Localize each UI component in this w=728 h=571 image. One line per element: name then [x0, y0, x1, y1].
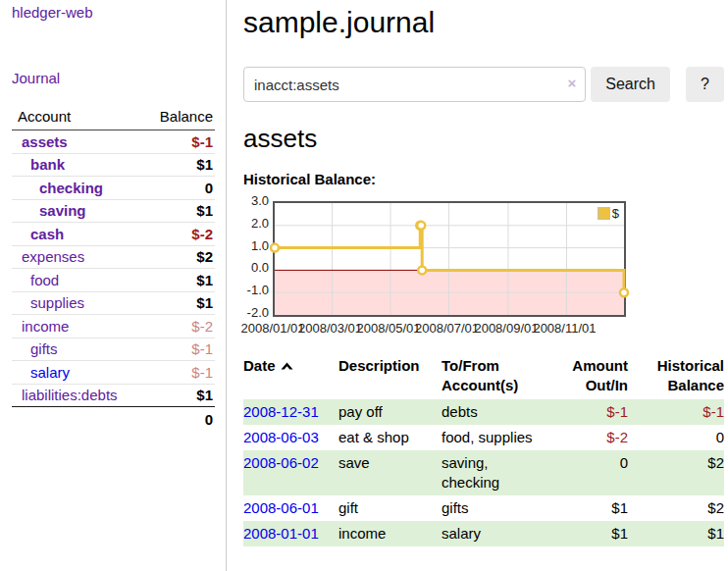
register-date-link[interactable]: 2008-06-03 — [243, 429, 319, 445]
column-header-amount: Amount Out/In — [551, 354, 628, 399]
register-body: 2008-12-31pay offdebts$-1$-12008-06-03ea… — [243, 399, 724, 546]
register-date-link[interactable]: 2008-06-02 — [243, 454, 319, 471]
register-date-link[interactable]: 2008-01-01 — [243, 525, 319, 542]
balance-cell: 0 — [716, 429, 724, 445]
register-row: 2008-01-01incomesalary$1$1 — [243, 521, 724, 546]
y-tick-label: -2.0 — [243, 305, 269, 320]
column-header-date[interactable]: Date — [243, 354, 338, 399]
description-cell: save — [338, 454, 370, 471]
register-date-link[interactable]: 2008-12-31 — [243, 403, 319, 420]
account-balance: $1 — [196, 272, 213, 288]
account-balance: $1 — [196, 156, 213, 173]
x-tick-label: 2008/05/01 — [356, 321, 420, 336]
balance-cell: $-1 — [702, 403, 724, 420]
page-title: sample.journal — [243, 6, 724, 39]
legend-swatch-icon — [598, 207, 610, 220]
amount-cell: $1 — [611, 525, 628, 542]
account-link-supplies[interactable]: supplies — [12, 294, 84, 311]
historical-balance-chart: 3.02.01.00.0-1.0-2.0 $ 2008/01/012008/03… — [243, 199, 724, 338]
account-heading: assets — [243, 124, 724, 154]
account-balance: 0 — [205, 180, 213, 196]
x-axis-labels: 2008/01/012008/03/012008/05/012008/07/01… — [273, 321, 626, 337]
account-row: salary$-1 — [12, 361, 215, 385]
account-row: income$-2 — [12, 315, 215, 338]
search-form: × Search ? — [243, 67, 724, 102]
register-row: 2008-06-02savesaving, checking0$2 — [243, 450, 724, 495]
register-header: Date Description To/From Account(s) Amou… — [243, 354, 724, 399]
account-link-bank[interactable]: bank — [12, 156, 65, 173]
description-cell: pay off — [338, 403, 383, 420]
account-row: expenses$2 — [12, 246, 215, 270]
account-row: checking0 — [12, 177, 215, 200]
register-row: 2008-12-31pay offdebts$-1$-1 — [243, 399, 724, 425]
amount-cell: 0 — [620, 454, 628, 471]
account-link-gifts[interactable]: gifts — [12, 340, 58, 357]
y-tick-label: 3.0 — [243, 193, 269, 208]
accounts-cell: salary — [442, 525, 481, 542]
account-balance: $-1 — [191, 364, 213, 381]
accounts-cell: debts — [442, 403, 478, 420]
account-balance: $-1 — [191, 133, 213, 150]
y-tick-label: -1.0 — [243, 283, 269, 297]
account-link-saving[interactable]: saving — [12, 202, 86, 219]
chart-svg — [275, 203, 624, 315]
account-balance: $1 — [196, 294, 213, 311]
search-input-wrap: × — [243, 67, 586, 102]
account-link-liabilities-debts[interactable]: liabilities:debts — [12, 387, 118, 403]
search-input[interactable] — [243, 67, 586, 102]
help-button[interactable]: ? — [686, 67, 724, 102]
account-link-checking[interactable]: checking — [12, 180, 103, 196]
date-header-label: Date — [243, 357, 276, 374]
account-balance: $1 — [196, 387, 213, 403]
sidebar-item-journal[interactable]: Journal — [12, 70, 226, 86]
main-content: sample.journal × Search ? assets Histori… — [243, 0, 724, 546]
register-date-link[interactable]: 2008-06-01 — [243, 499, 319, 516]
account-total-row: 0 — [12, 406, 215, 428]
amount-cell: $-1 — [606, 403, 628, 420]
balance-cell: $2 — [707, 454, 724, 471]
x-tick-label: 2008/11/01 — [533, 321, 596, 336]
account-table-header: Account Balance — [12, 108, 215, 130]
balance-column-header: Balance — [160, 108, 213, 125]
chart-legend: $ — [598, 206, 619, 221]
y-tick-label: 1.0 — [243, 238, 269, 253]
y-tick-label: 0.0 — [243, 260, 269, 275]
account-link-food[interactable]: food — [12, 272, 59, 288]
account-row: bank$1 — [12, 154, 215, 178]
account-rows: assets$-1bank$1checking0saving$1cash$-2e… — [12, 130, 215, 406]
account-row: supplies$1 — [12, 292, 215, 316]
sort-ascending-icon — [281, 362, 293, 372]
accounts-cell: gifts — [442, 499, 469, 516]
clear-search-icon[interactable]: × — [568, 75, 577, 91]
column-header-description: Description — [338, 354, 442, 399]
search-button[interactable]: Search — [591, 67, 670, 102]
balance-cell: $2 — [707, 499, 724, 516]
legend-label: $ — [612, 206, 619, 221]
account-row: liabilities:debts$1 — [12, 385, 215, 407]
amount-cell: $1 — [611, 499, 628, 516]
y-tick-label: 2.0 — [243, 216, 269, 231]
account-link-income[interactable]: income — [12, 318, 69, 335]
account-link-expenses[interactable]: expenses — [12, 248, 84, 265]
amount-cell: $-2 — [606, 429, 628, 445]
description-cell: eat & shop — [338, 429, 409, 445]
chart-plot-area: $ — [273, 201, 626, 317]
x-tick-label: 2008/01/01 — [240, 321, 304, 336]
register-row: 2008-06-01giftgifts$1$2 — [243, 495, 724, 521]
app-brand-link[interactable]: hledger-web — [12, 4, 93, 21]
chart-title: Historical Balance: — [243, 171, 724, 187]
account-balance: $-2 — [191, 226, 213, 242]
account-row: gifts$-1 — [12, 338, 215, 362]
account-balance: $-2 — [191, 318, 213, 335]
account-balance: $-1 — [191, 340, 213, 357]
account-link-salary[interactable]: salary — [12, 364, 70, 381]
column-header-accounts: To/From Account(s) — [442, 354, 551, 399]
description-cell: gift — [338, 499, 358, 516]
x-tick-label: 2008/07/01 — [415, 321, 479, 336]
account-balance: $1 — [196, 202, 213, 219]
description-cell: income — [338, 525, 386, 542]
account-link-assets[interactable]: assets — [12, 133, 68, 150]
account-link-cash[interactable]: cash — [12, 226, 64, 242]
account-row: saving$1 — [12, 200, 215, 224]
sidebar: hledger-web Journal Account Balance asse… — [0, 0, 227, 571]
